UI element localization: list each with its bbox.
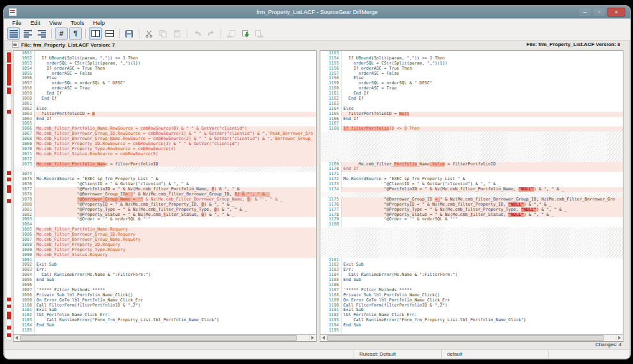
code-line: 1176 "@PropertyID = " & Nz(Me.cmb_filter…	[320, 202, 623, 208]
code-text: "@Borrower_Group_Name = '" & Nz(Me.cmb_F…	[35, 197, 316, 202]
paste-icon[interactable]	[171, 27, 184, 40]
redo-icon[interactable]	[205, 27, 217, 40]
code-text: End If	[341, 117, 623, 122]
code-line: 1095End Sub	[13, 278, 316, 283]
change-overview-strip[interactable]	[6, 50, 12, 340]
code-line: 1175 "@Borrower_Group_ID = " & Nz(Me.cmb…	[320, 197, 623, 202]
code-line: 1187'***** Filter Methods *****	[320, 288, 623, 293]
code-text: Me.cmb_filter_Property_Type.Requery	[35, 248, 316, 253]
code-line: 1158 Else	[320, 76, 623, 81]
code-line: 1054 If orderASC = True Then	[13, 66, 316, 72]
change-mark[interactable]	[7, 185, 11, 193]
view-left-icon[interactable]	[21, 27, 34, 40]
change-mark[interactable]	[7, 64, 11, 86]
code-line: 1180	[320, 222, 623, 227]
code-line: 1093Err:	[13, 268, 316, 273]
change-mark[interactable]	[7, 110, 11, 114]
menu-file[interactable]: File	[8, 20, 26, 26]
view-right-icon[interactable]	[35, 27, 48, 40]
code-text: If UBound(Split(param, ",")) >= 1 Then	[341, 56, 623, 61]
code-line: 1092Exit Sub	[13, 262, 316, 268]
change-mark[interactable]	[7, 298, 11, 301]
code-view-right[interactable]: 11531154 If UBound(Split(param, ",")) >=…	[320, 51, 623, 335]
code-line: 1091	[13, 258, 316, 263]
diff-panel-left[interactable]: 10511052 If UBound(Split(param, ",")) >=…	[13, 50, 316, 342]
code-line: 1061	[13, 102, 316, 107]
code-text: End Sub	[341, 323, 623, 328]
code-text: End If	[35, 91, 316, 96]
code-line: 1082 "@Property_Status = " & Nz(Me.cmb_F…	[13, 213, 316, 218]
code-text: Private Sub lbl_Portfolio_Name_Click()	[341, 293, 623, 298]
file-header-row: File: frm_Property_List.ACF Version: 7 F…	[4, 40, 630, 50]
window-title: frm_Property_List.ACF - SourceGear DiffM…	[4, 9, 630, 15]
code-line: 1084	[13, 222, 316, 227]
scroll-left-arrow-icon[interactable]	[13, 335, 20, 340]
code-line: 1097'***** Filter Methods *****	[13, 288, 316, 293]
code-text: lbl_Portfolio_Name_Click_Err:	[341, 313, 623, 318]
change-mark[interactable]	[7, 305, 11, 308]
code-text: If orderASC = True Then	[341, 66, 623, 72]
split-vertical-icon[interactable]	[89, 27, 102, 40]
code-line: 1064End If	[13, 117, 316, 122]
code-line: 1192lbl_Portfolio_Name_Click_Err:	[320, 313, 623, 318]
code-line: 1071Me.cmb_Filter_Status.RowSource = cmb…	[13, 152, 316, 157]
title-bar[interactable]: frm_Property_List.ACF - SourceGear DiffM…	[4, 6, 630, 19]
code-text: End Sub	[341, 278, 623, 283]
menu-help[interactable]: Help	[88, 20, 109, 26]
change-mark[interactable]	[7, 312, 11, 319]
change-mark[interactable]	[7, 178, 11, 181]
copy-icon[interactable]	[157, 27, 169, 40]
code-text: Else	[35, 107, 316, 112]
save-merge-icon[interactable]	[238, 27, 251, 40]
code-line: 1079 "@Borrower_Group_Name = '" & Nz(Me.…	[13, 197, 316, 202]
code-text: Call RuntimeError(Me.Name & ":FilterForm…	[341, 273, 623, 278]
code-line: 1179 "@Order = '" & orderSQL & "'"	[320, 217, 623, 222]
code-text: Else	[341, 76, 623, 81]
code-text: If filterPortfolioID <> 0 Then	[341, 126, 623, 132]
code-text: End If	[341, 96, 623, 102]
right-file-label: File: frm_Property_List.ACF Version: 8	[526, 42, 620, 47]
code-text: Me.cmb_filter_Property_ID.RowSource = cm…	[35, 142, 316, 147]
undo-icon[interactable]	[191, 27, 203, 40]
scroll-right-arrow-icon[interactable]	[616, 335, 623, 340]
code-text: Err:	[341, 268, 623, 273]
toolbar: # ¶	[4, 27, 630, 41]
apply-change-left-icon[interactable]	[224, 27, 237, 40]
change-mark[interactable]	[7, 333, 11, 337]
code-view-left[interactable]: 10511052 If UBound(Split(param, ",")) >=…	[13, 51, 316, 335]
apply-change-right-icon[interactable]	[253, 27, 265, 40]
code-line	[320, 132, 623, 137]
code-line: 1077 "@PortfolioID = " & Nz(Me.cmb_filte…	[13, 187, 316, 192]
code-text: "@Property_Status = " & Nz(Me.cmb_filter…	[341, 213, 623, 218]
code-line: 1162 End If	[320, 96, 623, 102]
show-whitespace-icon[interactable]: ¶	[69, 27, 82, 40]
change-mark[interactable]	[7, 87, 11, 94]
code-line: 1099On Error GoTo lbl_Portfolio_Name_Cli…	[13, 298, 316, 303]
cut-icon[interactable]	[143, 27, 155, 40]
code-text: orderASC = True	[35, 86, 316, 91]
code-text: Private Sub lbl_Portfolio_Name_Click()	[35, 293, 316, 298]
code-line: 1056 Else	[13, 76, 316, 81]
scroll-left-arrow-icon[interactable]	[320, 335, 327, 340]
code-line: 1190Call FilterForm(filterPortfolioID & …	[320, 303, 623, 308]
split-horizontal-icon[interactable]	[103, 27, 116, 40]
code-line: 1096	[13, 283, 316, 288]
menu-tools[interactable]: Tools	[66, 20, 88, 26]
change-mark[interactable]	[7, 199, 11, 203]
line-number: 1174	[320, 187, 341, 192]
view-interleaved-icon[interactable]	[7, 27, 20, 40]
code-line: 1081 "@Property_Type = " & Nz(Me.cmb_fil…	[13, 208, 316, 213]
ruleset-status: Ruleset: Default	[354, 350, 441, 358]
scroll-right-arrow-icon[interactable]	[309, 335, 316, 340]
diff-panel-right[interactable]: 11531154 If UBound(Split(param, ",")) >=…	[320, 50, 623, 342]
change-mark[interactable]	[7, 326, 11, 330]
code-text	[35, 283, 316, 288]
change-mark[interactable]	[7, 52, 11, 63]
code-line: 1089Me.cmb_filter_Property_Type.Requery	[13, 248, 316, 253]
line-numbers-icon[interactable]: #	[55, 27, 68, 40]
code-text: Me.cmb_filter_Borrower_Group_ID.Requery	[35, 232, 316, 238]
save-icon[interactable]	[123, 27, 136, 40]
change-mark[interactable]	[7, 171, 11, 175]
menu-edit[interactable]: Edit	[26, 20, 45, 26]
menu-view[interactable]: View	[45, 20, 66, 26]
